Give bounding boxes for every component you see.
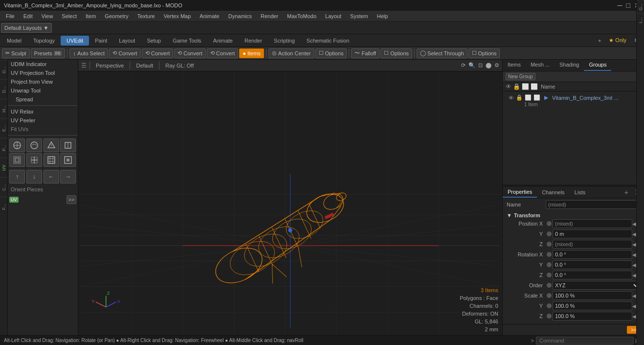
left-side-tab-6[interactable]: UV — [0, 158, 8, 177]
left-side-tab-1[interactable]: D... — [0, 60, 8, 79]
arrow-right-btn[interactable]: → — [60, 170, 76, 184]
tab-setup[interactable]: Setup — [141, 36, 167, 46]
falloff-button[interactable]: 〜 Falloff — [351, 48, 379, 58]
menu-item-dynamics[interactable]: Dynamics — [224, 12, 256, 20]
default-style-button[interactable]: Default — [133, 62, 156, 69]
left-side-tab-2[interactable]: D... — [0, 79, 8, 99]
props-rot-z-dot[interactable] — [547, 273, 552, 277]
tab-render[interactable]: Render — [239, 36, 268, 46]
menu-item-view[interactable]: View — [38, 12, 57, 20]
props-order-select[interactable]: XYZ — [553, 281, 640, 290]
options-button-1[interactable]: ☐ Options — [315, 48, 347, 58]
props-tab-channels[interactable]: Channels — [537, 187, 569, 197]
menu-item-render[interactable]: Render — [257, 12, 282, 20]
props-tab-properties[interactable]: Properties — [503, 187, 537, 198]
add-tab-button[interactable]: + — [594, 36, 605, 46]
viewport-menu-icon[interactable]: ☰ — [81, 62, 87, 69]
props-pos-x-dot[interactable] — [547, 221, 552, 226]
tool-icon-6[interactable] — [26, 153, 42, 167]
menu-item-file[interactable]: File — [2, 12, 19, 20]
options-button-2[interactable]: ☐ Options — [380, 48, 412, 58]
props-scale-y-dot[interactable] — [547, 303, 552, 308]
convert-button-1[interactable]: ⟲ Convert — [109, 48, 141, 58]
props-scale-x-dot[interactable] — [547, 293, 552, 298]
props-order-dot[interactable] — [547, 283, 552, 288]
rstrip-tab-l[interactable]: L... — [637, 14, 644, 26]
tool-project-from-view[interactable]: Project from View — [8, 77, 78, 86]
convert-button-3[interactable]: ⟲ Convert — [174, 48, 206, 58]
rstrip-tab-g[interactable]: G... — [637, 0, 644, 14]
menu-item-edit[interactable]: Edit — [20, 12, 37, 20]
tool-fit-uvs[interactable]: Fit UVs — [8, 125, 78, 134]
props-tab-lists[interactable]: Lists — [570, 187, 591, 197]
menu-item-vertex map[interactable]: Vertex Map — [160, 12, 195, 20]
tool-uv-relax[interactable]: UV Relax — [8, 107, 78, 116]
auto-select-button[interactable]: ↕ Auto Select — [69, 48, 108, 58]
maximize-button[interactable]: □ — [626, 1, 630, 9]
tool-icon-3[interactable] — [44, 138, 59, 152]
tab-topology[interactable]: Topology — [27, 36, 61, 46]
menu-item-maxtomodo[interactable]: MaxToModo — [283, 12, 320, 20]
props-rot-y-dot[interactable] — [547, 262, 552, 267]
convert-button-2[interactable]: ⟲ Convert — [142, 48, 174, 58]
tool-icon-7[interactable] — [44, 153, 59, 167]
arrow-down-btn[interactable]: ↓ — [26, 170, 42, 184]
tab-game-tools[interactable]: Game Tools — [167, 36, 207, 46]
tool-icon-5[interactable] — [9, 153, 25, 167]
props-pos-y-input[interactable] — [553, 230, 632, 238]
new-group-button[interactable]: New Group — [506, 73, 535, 80]
menu-item-system[interactable]: System — [346, 12, 372, 20]
tool-uv-peeler[interactable]: UV Peeler — [8, 116, 78, 125]
arrow-up-btn[interactable]: ↑ — [9, 170, 25, 184]
props-scale-y-input[interactable] — [553, 301, 632, 310]
tab-animate[interactable]: Animate — [207, 36, 239, 46]
tree-item-row-vitamin[interactable]: 👁 🔒 ⬜ ⬜ ▶ Vitamin_B_Complex_3ml ... — [505, 93, 642, 102]
viewport-icon-3[interactable]: ⊡ — [478, 62, 483, 69]
sculpt-button[interactable]: ✏ Sculpt — [2, 48, 30, 58]
tool-spread[interactable]: Spread — [8, 95, 78, 104]
select-through-button[interactable]: ◯ Select Through — [417, 48, 467, 58]
arrow-left-btn[interactable]: ← — [44, 170, 59, 184]
tool-icon-2[interactable] — [26, 138, 42, 152]
viewport-icon-4[interactable]: ⬤ — [486, 62, 491, 69]
props-rot-z-input[interactable] — [553, 271, 632, 279]
ray-gl-button[interactable]: Ray GL: Off — [162, 62, 197, 69]
viewport-icon-1[interactable]: ⟳ — [461, 62, 466, 69]
menu-item-texture[interactable]: Texture — [133, 12, 159, 20]
menu-item-animate[interactable]: Animate — [196, 12, 223, 20]
action-center-button[interactable]: ◎ Action Center — [268, 48, 314, 58]
left-side-tab-8[interactable]: F... — [0, 197, 8, 216]
items-button[interactable]: ● Items — [239, 48, 264, 58]
left-side-tab-4[interactable]: E... — [0, 118, 8, 138]
props-name-input[interactable] — [546, 200, 640, 209]
tab-paint[interactable]: Paint — [89, 36, 113, 46]
command-input[interactable] — [536, 337, 634, 345]
menu-item-item[interactable]: Item — [82, 12, 100, 20]
tab-layout[interactable]: Layout — [113, 36, 141, 46]
minimize-button[interactable]: ─ — [618, 1, 622, 9]
tool-icon-4[interactable] — [60, 138, 76, 152]
viewport-canvas[interactable]: X Y Z 3 Items Polygons : Face Channels: … — [78, 71, 502, 335]
props-pos-z-input[interactable] — [553, 240, 632, 249]
props-pos-z-dot[interactable] — [547, 242, 552, 247]
props-pos-x-input[interactable] — [553, 219, 632, 228]
menu-item-layout[interactable]: Layout — [321, 12, 345, 20]
tool-unwrap[interactable]: Unwrap Tool — [8, 86, 78, 95]
props-scale-z-input[interactable] — [553, 312, 632, 321]
props-rot-y-input[interactable] — [553, 260, 632, 269]
presets-button[interactable]: Presets F6 — [31, 48, 66, 58]
props-scale-x-input[interactable] — [553, 291, 632, 300]
tab-schematic[interactable]: Schematic Fusion — [301, 36, 355, 46]
tab-scripting[interactable]: Scripting — [268, 36, 301, 46]
tab-model[interactable]: Model — [1, 36, 27, 46]
menu-item-select[interactable]: Select — [58, 12, 81, 20]
left-side-tab-7[interactable]: C... — [0, 177, 8, 197]
default-layouts-dropdown[interactable]: Default Layouts ▼ — [1, 23, 52, 33]
left-side-tab-3[interactable]: M... — [0, 99, 8, 118]
props-rot-x-input[interactable] — [553, 250, 632, 259]
perspective-button[interactable]: Perspective — [93, 62, 127, 69]
rpanel-tab-items[interactable]: Items — [503, 60, 526, 71]
tab-uvedit[interactable]: UVEdit — [61, 36, 89, 46]
options-button-3[interactable]: ☐ Options — [468, 48, 500, 58]
tool-icon-8[interactable] — [60, 153, 76, 167]
